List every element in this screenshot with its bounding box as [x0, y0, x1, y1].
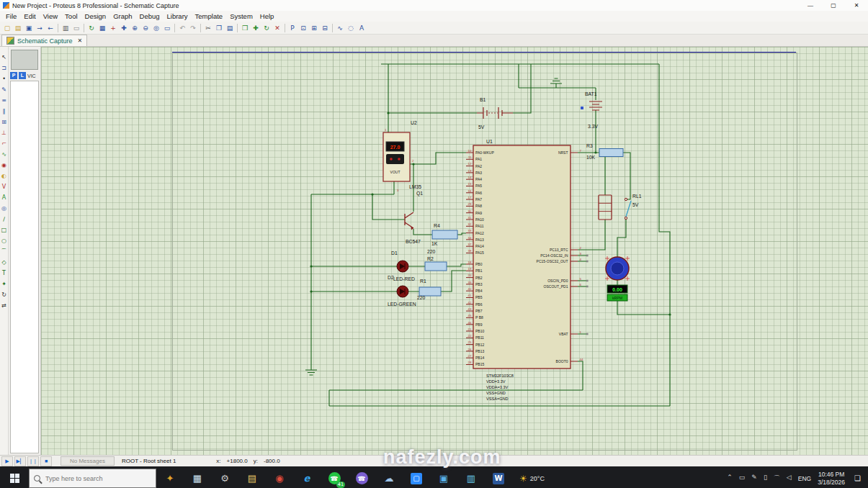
- pick-device-icon[interactable]: P: [287, 23, 297, 33]
- graph-mode-icon[interactable]: ∿: [1, 150, 8, 159]
- new-project-icon[interactable]: ▢: [2, 23, 12, 33]
- property-assignment-icon[interactable]: A: [357, 23, 367, 33]
- export-section-icon[interactable]: ←: [45, 23, 55, 33]
- wire-label-icon[interactable]: ✎: [1, 85, 8, 94]
- open-project-icon[interactable]: ▤: [13, 23, 23, 33]
- tab-schematic-capture[interactable]: Schematic Capture ✕: [1, 35, 87, 46]
- zoom-all-icon[interactable]: ◎: [151, 23, 161, 33]
- 2d-box-icon[interactable]: □: [1, 225, 8, 235]
- component-mode-icon[interactable]: ⊐: [1, 63, 8, 73]
- terminal-mode-icon[interactable]: ⊥: [1, 128, 8, 137]
- make-device-icon[interactable]: ⊡: [298, 23, 308, 33]
- chrome-icon[interactable]: ◉: [266, 466, 293, 488]
- edge-icon[interactable]: e: [293, 466, 321, 488]
- whatsapp-icon[interactable]: ☎41: [321, 466, 348, 488]
- junction-dot-icon[interactable]: •: [1, 74, 8, 83]
- volume-icon[interactable]: ◁: [787, 474, 792, 483]
- wire-autorouter-icon[interactable]: ∿: [335, 23, 345, 33]
- menu-edit[interactable]: Edit: [20, 12, 39, 20]
- schematic-canvas[interactable]: 27.0 VOUT 1 2 3 U2 LM35 B1 5V: [41, 47, 868, 455]
- block-rotate-icon[interactable]: ↻: [261, 23, 272, 33]
- display-icon[interactable]: ▭: [739, 474, 746, 483]
- component-b1-battery[interactable]: B1 5V: [477, 97, 513, 130]
- paste-icon[interactable]: ▤: [225, 23, 235, 33]
- 2d-symbol-icon[interactable]: ✦: [1, 279, 8, 289]
- component-r4-resistor[interactable]: R4 1K: [431, 223, 457, 246]
- menu-template[interactable]: Template: [192, 12, 227, 20]
- virtual-instruments-icon[interactable]: ◎: [1, 204, 8, 213]
- task-view-icon[interactable]: ▦: [184, 466, 211, 488]
- component-u2-lm35[interactable]: 27.0 VOUT 1 2 3 U2 LM35: [383, 120, 421, 192]
- taskbar-weather[interactable]: ☀ 20°C: [519, 474, 545, 484]
- component-r1-resistor[interactable]: R1 220: [417, 279, 441, 300]
- stop-button[interactable]: ■: [40, 456, 52, 466]
- voltage-probe-icon[interactable]: V: [1, 182, 8, 191]
- menu-help[interactable]: Help: [256, 12, 278, 20]
- zoom-icon[interactable]: ▢: [403, 466, 430, 488]
- component-u1-stm32[interactable]: U1 10PA0-WKUP11PA112PA213PA314PA415PA516…: [466, 139, 589, 401]
- 2d-circle-icon[interactable]: ○: [1, 236, 8, 245]
- bus-mode-icon[interactable]: ∥: [1, 107, 8, 116]
- false-origin-icon[interactable]: +: [108, 23, 118, 33]
- file-explorer-icon[interactable]: ▤: [238, 466, 266, 488]
- save-project-icon[interactable]: ▣: [24, 23, 34, 33]
- menu-view[interactable]: View: [40, 12, 61, 20]
- close-button[interactable]: ✕: [845, 0, 868, 11]
- battery-icon[interactable]: ▯: [764, 474, 767, 483]
- subcircuit-mode-icon[interactable]: ⊞: [1, 117, 8, 127]
- mark-output-area-icon[interactable]: ▭: [71, 23, 81, 33]
- undo-icon[interactable]: ↶: [177, 23, 187, 33]
- menu-file[interactable]: File: [2, 12, 20, 20]
- import-section-icon[interactable]: →: [35, 23, 45, 33]
- device-list[interactable]: [10, 81, 39, 453]
- maximize-button[interactable]: ▢: [822, 0, 845, 11]
- word-icon[interactable]: W: [485, 466, 512, 488]
- component-rl1-relay[interactable]: RL1 5V: [599, 194, 642, 220]
- minimize-button[interactable]: —: [799, 0, 822, 11]
- toggle-grid-icon[interactable]: ▦: [97, 23, 107, 33]
- rotate-tool-icon[interactable]: ↻: [1, 290, 8, 299]
- action-center-icon[interactable]: ❏: [851, 474, 864, 482]
- zoom-area-icon[interactable]: ▭: [162, 23, 172, 33]
- 2d-line-icon[interactable]: ∕: [1, 214, 8, 224]
- search-input[interactable]: [44, 474, 133, 483]
- 2d-path-icon[interactable]: ◇: [1, 258, 8, 267]
- start-button[interactable]: [0, 466, 29, 488]
- block-move-icon[interactable]: ✚: [251, 23, 261, 33]
- network-icon[interactable]: ⌒: [774, 474, 780, 483]
- cortana-icon[interactable]: ✦: [156, 466, 184, 488]
- tab-close-icon[interactable]: ✕: [78, 37, 83, 44]
- zoom-out-icon[interactable]: ⊖: [140, 23, 151, 33]
- menu-tool[interactable]: Tool: [61, 12, 81, 20]
- library-button[interactable]: L: [19, 72, 26, 79]
- text-script-icon[interactable]: ≡: [1, 96, 8, 105]
- component-bat1-battery[interactable]: BAT1 3.3V: [581, 91, 602, 129]
- settings-icon[interactable]: ⚙: [211, 466, 238, 488]
- cut-icon[interactable]: ✂: [203, 23, 213, 33]
- menu-design[interactable]: Design: [81, 12, 110, 20]
- step-button[interactable]: ▶▏: [14, 456, 26, 466]
- pick-devices-button[interactable]: P: [10, 72, 17, 79]
- print-icon[interactable]: ▥: [61, 23, 71, 33]
- menu-library[interactable]: Library: [164, 12, 192, 20]
- store-icon[interactable]: ▥: [457, 466, 485, 488]
- taskbar-clock[interactable]: 10:46 PM 3/18/2026: [818, 471, 845, 486]
- hidden-icons-icon[interactable]: ⌃: [727, 474, 733, 483]
- redo-icon[interactable]: ↷: [188, 23, 198, 33]
- menu-graph[interactable]: Graph: [109, 12, 135, 20]
- packaging-tool-icon[interactable]: ⊞: [309, 23, 319, 33]
- photos-icon[interactable]: ▣: [430, 466, 457, 488]
- pen-icon[interactable]: ✎: [751, 474, 757, 483]
- pause-button[interactable]: ❘❘: [27, 456, 39, 466]
- 2d-arc-icon[interactable]: ⌒: [1, 247, 8, 256]
- block-copy-icon[interactable]: ❒: [240, 23, 250, 33]
- viber-icon[interactable]: ☎: [348, 466, 375, 488]
- redraw-icon[interactable]: ↻: [86, 23, 97, 33]
- mirror-tool-icon[interactable]: ⇄: [1, 301, 8, 310]
- search-tag-icon[interactable]: ◌: [346, 23, 356, 33]
- pan-icon[interactable]: ✚: [119, 23, 129, 33]
- generator-mode-icon[interactable]: ◐: [1, 171, 8, 181]
- block-delete-icon[interactable]: ✕: [272, 23, 282, 33]
- menu-system[interactable]: System: [226, 12, 256, 20]
- component-r2-resistor[interactable]: 220 R2: [425, 249, 447, 271]
